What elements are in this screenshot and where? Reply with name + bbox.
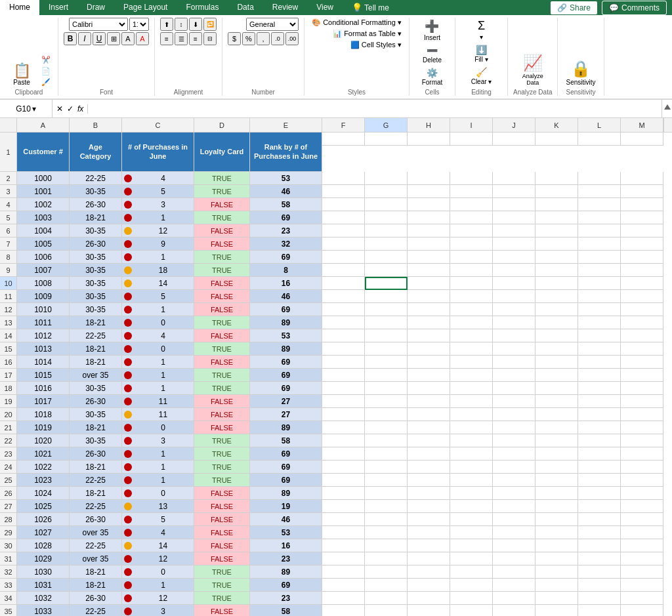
cell-customer[interactable]: 1001 xyxy=(17,185,70,198)
cell-m[interactable] xyxy=(621,487,663,500)
cell-m[interactable] xyxy=(621,474,663,487)
cell-m[interactable] xyxy=(621,539,663,552)
cell-age[interactable]: over 35 xyxy=(70,369,122,382)
cell-f[interactable] xyxy=(322,605,365,616)
cell-m[interactable] xyxy=(621,552,663,565)
cell-k[interactable] xyxy=(536,356,578,369)
cell-rank[interactable]: 69 xyxy=(250,447,322,461)
cell-l[interactable] xyxy=(578,447,621,461)
cell-rank[interactable]: 69 xyxy=(250,579,322,592)
cell-purchases[interactable]: 14 xyxy=(122,277,194,290)
cell-l[interactable] xyxy=(578,290,621,303)
cell-l[interactable] xyxy=(578,474,621,487)
cell-k[interactable] xyxy=(536,461,578,474)
cell-age[interactable]: 26-30 xyxy=(70,592,122,605)
header-m[interactable] xyxy=(621,133,663,146)
cell-m[interactable] xyxy=(621,526,663,539)
cell-j[interactable] xyxy=(493,185,536,198)
cell-i[interactable] xyxy=(450,237,493,251)
cell-purchases[interactable]: 14 xyxy=(122,539,194,552)
cell-rank[interactable]: 69 xyxy=(250,211,322,224)
cell-f[interactable] xyxy=(322,513,365,526)
cell-h[interactable] xyxy=(408,185,450,198)
cell-g[interactable] xyxy=(365,500,408,513)
cell-loyalty[interactable]: TRUE xyxy=(194,316,250,329)
cell-age[interactable]: 18-21 xyxy=(70,211,122,224)
cell-customer[interactable]: 1016 xyxy=(17,382,70,395)
cell-l[interactable] xyxy=(578,316,621,329)
cell-customer[interactable]: 1013 xyxy=(17,342,70,356)
cell-customer[interactable]: 1003 xyxy=(17,211,70,224)
cell-l[interactable] xyxy=(578,251,621,264)
cell-rank[interactable]: 69 xyxy=(250,303,322,316)
cell-j[interactable] xyxy=(493,251,536,264)
cell-age[interactable]: 30-35 xyxy=(70,382,122,395)
cell-rank[interactable]: 89 xyxy=(250,316,322,329)
tab-tell-me[interactable]: 💡 Tell me xyxy=(343,0,398,15)
cell-i[interactable] xyxy=(450,565,493,579)
cell-j[interactable] xyxy=(493,421,536,434)
cell-l[interactable] xyxy=(578,552,621,565)
cell-age[interactable]: 30-35 xyxy=(70,434,122,447)
cell-l[interactable] xyxy=(578,434,621,447)
cell-customer[interactable]: 1011 xyxy=(17,316,70,329)
cell-loyalty[interactable]: TRUE xyxy=(194,211,250,224)
comments-button[interactable]: 💬 Comments xyxy=(602,1,667,15)
cell-k[interactable] xyxy=(536,185,578,198)
font-family-select[interactable]: Calibri xyxy=(69,18,128,31)
cell-purchases[interactable]: 1 xyxy=(122,447,194,461)
cell-j[interactable] xyxy=(493,369,536,382)
cell-purchases[interactable]: 9 xyxy=(122,237,194,251)
cell-customer[interactable]: 1019 xyxy=(17,421,70,434)
cell-j[interactable] xyxy=(493,303,536,316)
cancel-formula-icon[interactable]: ✕ xyxy=(56,104,63,113)
cell-g[interactable] xyxy=(365,592,408,605)
cell-m[interactable] xyxy=(621,290,663,303)
font-color-button[interactable]: A xyxy=(136,32,149,45)
cell-loyalty[interactable]: FALSE xyxy=(194,539,250,552)
cell-rank[interactable]: 46 xyxy=(250,513,322,526)
increase-decimal-button[interactable]: .00 xyxy=(285,32,299,45)
cell-k[interactable] xyxy=(536,277,578,290)
cell-g[interactable] xyxy=(365,434,408,447)
cell-m[interactable] xyxy=(621,251,663,264)
cell-age[interactable]: 26-30 xyxy=(70,198,122,211)
cell-f[interactable] xyxy=(322,579,365,592)
cell-age[interactable]: 30-35 xyxy=(70,290,122,303)
cell-age[interactable]: 26-30 xyxy=(70,513,122,526)
cell-h[interactable] xyxy=(408,513,450,526)
cell-m[interactable] xyxy=(621,565,663,579)
cell-k[interactable] xyxy=(536,251,578,264)
cell-j[interactable] xyxy=(493,172,536,185)
col-header-c[interactable]: C xyxy=(122,118,194,133)
fill-color-button[interactable]: A xyxy=(121,32,135,45)
cell-i[interactable] xyxy=(450,356,493,369)
cell-purchases[interactable]: 4 xyxy=(122,329,194,342)
cell-f[interactable] xyxy=(322,290,365,303)
col-header-k[interactable]: K xyxy=(536,118,578,133)
cell-age[interactable]: over 35 xyxy=(70,552,122,565)
cell-loyalty[interactable]: FALSE xyxy=(194,198,250,211)
cell-rank[interactable]: 89 xyxy=(250,342,322,356)
cell-loyalty[interactable]: TRUE xyxy=(194,474,250,487)
cell-rank[interactable]: 27 xyxy=(250,408,322,421)
cell-l[interactable] xyxy=(578,198,621,211)
cell-purchases[interactable]: 1 xyxy=(122,211,194,224)
cell-h[interactable] xyxy=(408,526,450,539)
cell-purchases[interactable]: 1 xyxy=(122,251,194,264)
cell-k[interactable] xyxy=(536,198,578,211)
cell-j[interactable] xyxy=(493,224,536,237)
cell-purchases[interactable]: 5 xyxy=(122,290,194,303)
cell-g[interactable] xyxy=(365,251,408,264)
cell-customer[interactable]: 1032 xyxy=(17,592,70,605)
cell-purchases[interactable]: 11 xyxy=(122,408,194,421)
col-header-l[interactable]: L xyxy=(578,118,621,133)
cell-m[interactable] xyxy=(621,434,663,447)
cell-h[interactable] xyxy=(408,605,450,616)
cell-l[interactable] xyxy=(578,382,621,395)
formula-scroll-up[interactable] xyxy=(662,100,672,117)
cell-h[interactable] xyxy=(408,211,450,224)
cell-j[interactable] xyxy=(493,329,536,342)
cell-rank[interactable]: 46 xyxy=(250,290,322,303)
cell-l[interactable] xyxy=(578,211,621,224)
